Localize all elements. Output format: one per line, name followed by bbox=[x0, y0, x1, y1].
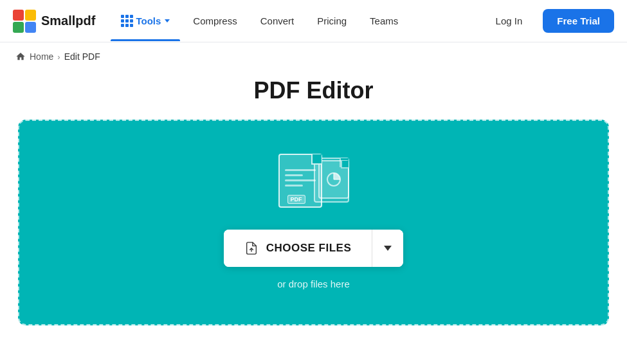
svg-rect-1 bbox=[25, 10, 36, 21]
svg-rect-0 bbox=[13, 10, 24, 21]
nav-pricing[interactable]: Pricing bbox=[307, 10, 357, 32]
choose-files-row: CHOOSE FILES bbox=[224, 230, 404, 267]
free-trial-button[interactable]: Free Trial bbox=[543, 9, 614, 33]
breadcrumb-separator: › bbox=[57, 52, 60, 62]
choose-files-button[interactable]: CHOOSE FILES bbox=[224, 230, 372, 267]
choose-files-label: CHOOSE FILES bbox=[266, 242, 352, 255]
pie-chart-icon bbox=[325, 171, 342, 188]
drop-text: or drop files here bbox=[277, 278, 350, 289]
upload-area[interactable]: PDF CHOOSE FILES or drop files here bbox=[18, 120, 609, 325]
nav-convert[interactable]: Convert bbox=[250, 10, 305, 32]
breadcrumb: Home › Edit PDF bbox=[0, 42, 627, 71]
svg-rect-3 bbox=[25, 22, 36, 33]
pdf-badge: PDF bbox=[287, 195, 305, 204]
svg-rect-2 bbox=[13, 22, 24, 33]
grid-icon bbox=[121, 15, 133, 27]
logo-icon bbox=[13, 10, 36, 33]
upload-dropdown-button[interactable] bbox=[372, 230, 403, 267]
nav-tools-label: Tools bbox=[136, 15, 161, 26]
pdf-illustration: PDF bbox=[278, 154, 349, 212]
login-button[interactable]: Log In bbox=[483, 10, 536, 32]
main-nav: Tools Compress Convert Pricing Teams bbox=[111, 10, 482, 32]
nav-teams[interactable]: Teams bbox=[359, 10, 408, 32]
upload-icon bbox=[244, 241, 259, 255]
nav-teams-label: Teams bbox=[370, 15, 398, 26]
chevron-down-icon bbox=[163, 19, 170, 23]
header-right: Log In Free Trial bbox=[483, 9, 614, 33]
nav-compress-label: Compress bbox=[193, 15, 237, 26]
nav-convert-label: Convert bbox=[260, 15, 295, 26]
nav-compress[interactable]: Compress bbox=[183, 10, 247, 32]
breadcrumb-current: Edit PDF bbox=[64, 51, 100, 62]
home-icon bbox=[15, 51, 26, 62]
nav-tools[interactable]: Tools bbox=[111, 10, 180, 32]
nav-pricing-label: Pricing bbox=[317, 15, 347, 26]
logo-link[interactable]: Smallpdf bbox=[13, 10, 95, 33]
dropdown-chevron-icon bbox=[384, 246, 392, 251]
logo-text: Smallpdf bbox=[41, 14, 95, 28]
page-title: PDF Editor bbox=[0, 77, 627, 104]
breadcrumb-home[interactable]: Home bbox=[30, 51, 53, 62]
